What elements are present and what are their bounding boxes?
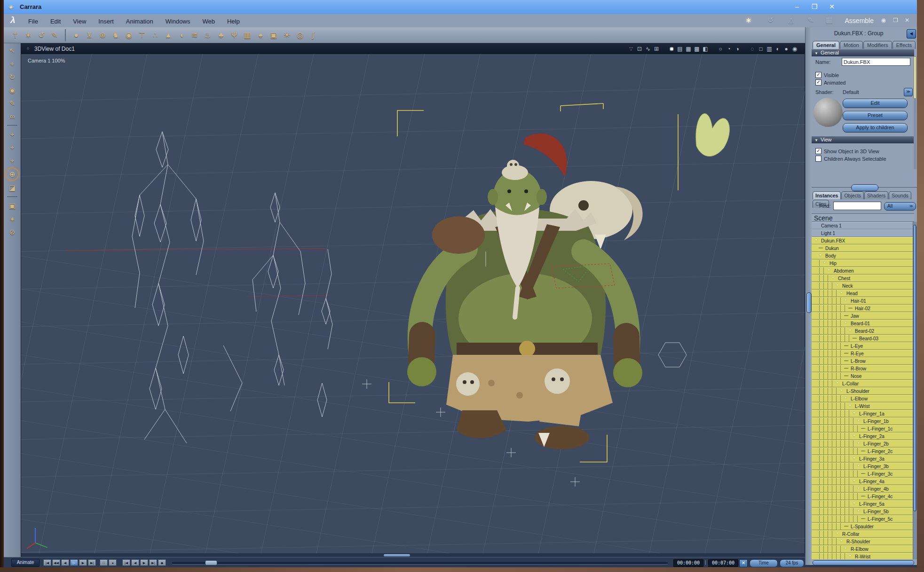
scene-node-icon[interactable]: ⊡ [635, 45, 644, 53]
tab-shaders[interactable]: Shaders [864, 191, 888, 199]
shader-preview-sphere[interactable] [813, 98, 843, 127]
pan-tool-icon[interactable]: ∗ [6, 213, 18, 225]
camera-control-1-icon[interactable]: ○ [716, 45, 725, 53]
splitter-handle[interactable] [806, 292, 812, 313]
layout-l-icon[interactable]: ◧ [701, 45, 710, 53]
transport-button-5[interactable]: ▶| [88, 559, 96, 566]
camera-object-icon[interactable]: ▣ [268, 29, 280, 41]
expand-arrow-icon[interactable]: ▼ [831, 276, 835, 279]
viewport-canvas[interactable] [21, 54, 806, 553]
tree-item-r-elbow[interactable]: ▼R-Elbow [812, 545, 914, 553]
scale-tool-icon[interactable]: ◉ [6, 84, 18, 96]
expand-arrow-icon[interactable]: ▼ [844, 547, 847, 550]
menu-animation[interactable]: Animation [126, 18, 153, 25]
expand-arrow-icon[interactable]: ▼ [836, 532, 839, 535]
checkbox-icon[interactable]: ✓ [815, 72, 821, 78]
assemble-room-icon[interactable]: ∗ [745, 16, 751, 24]
figure-icon[interactable]: ♞ [110, 29, 122, 41]
transport-extra-0[interactable]: □ [100, 559, 108, 566]
menu-edit[interactable]: Edit [50, 18, 61, 25]
fps-dropdown[interactable]: 24 fps [780, 559, 804, 567]
menu-windows[interactable]: Windows [166, 18, 190, 25]
expand-arrow-icon[interactable]: ▼ [857, 441, 860, 445]
timeline-track[interactable] [172, 562, 668, 564]
vertex-object-icon[interactable]: ⊻ [83, 29, 95, 41]
apply-to-children-button[interactable]: Apply to children [843, 123, 908, 133]
general-section-header[interactable]: ▼General [812, 49, 914, 56]
tree-item-r-brow[interactable]: —R-Brow [812, 365, 914, 372]
close-button[interactable]: ✕ [825, 2, 839, 12]
end-time-field[interactable]: 00:07:00 [708, 559, 738, 567]
transport-button-3[interactable]: ▷ [70, 559, 78, 566]
universal-manipulator-icon[interactable]: ⊕ [6, 168, 19, 180]
tree-item-l-eye[interactable]: —L-Eye [812, 342, 914, 350]
layout-two-pane-icon[interactable]: ▤ [676, 45, 684, 53]
tree-item-body[interactable]: ▼Body [812, 252, 914, 259]
viewport-tab-label[interactable]: 3DView of Doc1 [34, 46, 75, 52]
layout-four-pane-icon[interactable]: ▦ [684, 45, 693, 53]
tree-item-l-finger_1a[interactable]: ▼L-Finger_1a [812, 410, 914, 417]
collapse-panel-icon[interactable]: ❒ [893, 17, 898, 24]
smooth-shade-icon[interactable]: ● [782, 45, 790, 53]
find-filter-dropdown[interactable]: All≫ [884, 202, 916, 211]
tree-item-l-collar[interactable]: ▼L-Collar [812, 380, 914, 387]
transport-button-4[interactable]: ▶ [79, 559, 87, 566]
tree-item-l-wrist[interactable]: ▼L-Wrist [812, 402, 914, 410]
tree-item-l-finger_2c[interactable]: —L-Finger_2c [812, 447, 914, 455]
tree-item-l-finger_4a[interactable]: ▼L-Finger_4a [812, 478, 914, 485]
tree-item-l-finger_4b[interactable]: ▼L-Finger_4b [812, 485, 914, 493]
expand-arrow-icon[interactable]: ▼ [844, 298, 847, 302]
zoom-tool-icon[interactable]: ⊘ [6, 226, 18, 238]
tree-item-l-finger_2a[interactable]: ▼L-Finger_2a [812, 432, 914, 440]
eyedropper-tool-icon[interactable]: ✎ [6, 97, 18, 109]
expand-arrow-icon[interactable]: ▼ [853, 456, 856, 460]
anvil-icon[interactable]: ⊤ [136, 29, 148, 41]
move-xy-tool-icon[interactable]: + [6, 128, 18, 140]
check-visible[interactable]: ✓Visible [815, 71, 839, 77]
tree-item-beard-01[interactable]: ▼Beard-01 [812, 320, 914, 327]
tree-item-l-spaulder[interactable]: —L-Spaulder [812, 523, 914, 530]
tree-item-l-finger_5c[interactable]: —L-Finger_5c [812, 515, 914, 523]
metaball-icon[interactable]: ◉ [123, 29, 135, 41]
tree-item-hair-01[interactable]: ▼Hair-01 [812, 297, 914, 305]
checkbox-icon[interactable]: ✓ [815, 79, 821, 86]
tab-motion[interactable]: Motion [840, 41, 863, 49]
expand-arrow-icon[interactable]: ▼ [844, 321, 847, 324]
camera-control-3-icon[interactable]: ◑ [733, 45, 742, 53]
find-input[interactable] [833, 202, 881, 210]
keyframe-button-0[interactable]: |◀ [122, 559, 130, 566]
keyframe-button-2[interactable]: ▶ [140, 559, 148, 566]
expand-arrow-icon[interactable]: ▼ [857, 509, 860, 512]
transport-button-1[interactable]: ◀◀ [52, 559, 60, 566]
tree-item-l-finger_1b[interactable]: ▼L-Finger_1b [812, 417, 914, 425]
tree-item-head[interactable]: ▼Head [812, 290, 914, 297]
tree-item-jaw[interactable]: —Jaw [812, 312, 914, 320]
current-time-field[interactable]: 00:00:00 [673, 559, 703, 567]
panel-back-button[interactable]: ◄ [907, 29, 916, 39]
lines-mode-icon[interactable]: ▥ [765, 45, 774, 53]
expand-arrow-icon[interactable]: ▼ [848, 404, 852, 407]
name-input[interactable] [842, 58, 910, 66]
expand-arrow-icon[interactable]: ▼ [844, 396, 847, 400]
menu-view[interactable]: View [73, 18, 86, 25]
expand-arrow-icon[interactable]: ▼ [819, 253, 822, 257]
finger-tool-icon[interactable]: ↺ [35, 29, 47, 41]
select-tool-icon[interactable]: ↖ [6, 45, 18, 56]
timeline-scrubber[interactable] [205, 560, 217, 565]
checkbox-icon[interactable]: ✓ [815, 148, 821, 154]
close-panel-icon[interactable]: ✕ [905, 17, 909, 24]
expand-arrow-icon[interactable]: ▼ [836, 283, 839, 287]
maximize-button[interactable]: ❒ [807, 2, 821, 12]
tree-scrollbar-thumb[interactable] [913, 225, 916, 511]
tree-item-r-shoulder[interactable]: ▼R-Shoulder [812, 538, 914, 545]
keyframe-button-1[interactable]: ◀ [131, 559, 139, 566]
expand-arrow-icon[interactable]: ▼ [823, 261, 826, 264]
tree-item-neck[interactable]: ▼Neck [812, 282, 914, 290]
brush-tool-icon[interactable]: ✎ [48, 29, 61, 41]
link-tool-icon[interactable]: ∞ [6, 110, 18, 122]
expand-arrow-icon[interactable]: ▼ [827, 268, 830, 272]
wireframe-mode-icon[interactable]: □ [757, 45, 765, 53]
animate-button[interactable]: Animate [11, 559, 39, 567]
expand-arrow-icon[interactable]: ▼ [853, 411, 856, 415]
camera-control-2-icon[interactable]: ◔ [725, 45, 733, 53]
